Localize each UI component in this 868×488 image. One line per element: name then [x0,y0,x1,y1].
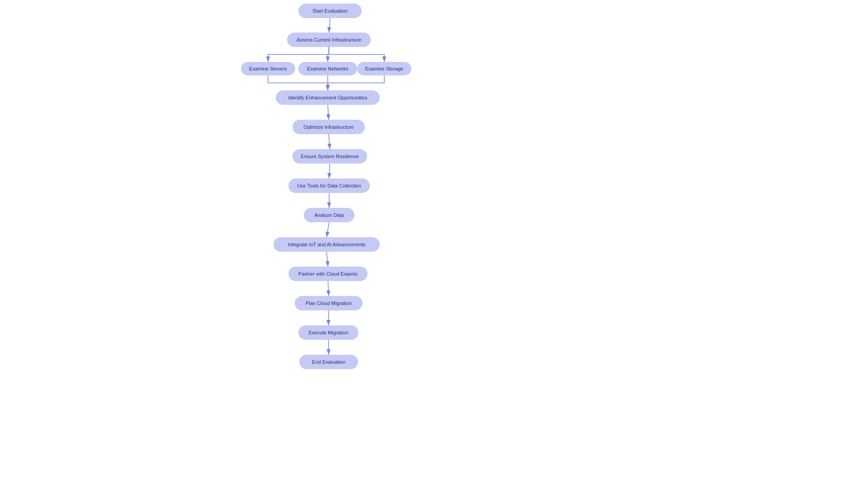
node-optimize: Optimize Infrastructure [292,120,365,134]
node-storage: Examine Storage [357,62,411,75]
node-end: End Evaluation [299,355,358,369]
node-partner: Partner with Cloud Experts [288,267,368,281]
node-execute: Execute Migration [298,325,359,340]
flowchart-svg [0,0,868,488]
node-integrate: Integrate IoT and AI Advancements [274,237,380,252]
node-networks: Examine Networks [298,62,357,75]
node-servers: Examine Servers [241,62,295,75]
node-tools: Use Tools for Data Collection [288,178,370,193]
flowchart-container: Start EvaluationAssess Current Infrastru… [0,0,868,488]
node-assess: Assess Current Infrastructure [287,33,371,47]
node-plan: Plan Cloud Migration [295,296,363,310]
node-ensure: Ensure System Resilience [292,149,367,164]
node-analyze: Analyze Data [304,208,354,222]
node-start: Start Evaluation [298,4,362,18]
node-identify: Identify Enhancement Opportunities [276,90,380,105]
